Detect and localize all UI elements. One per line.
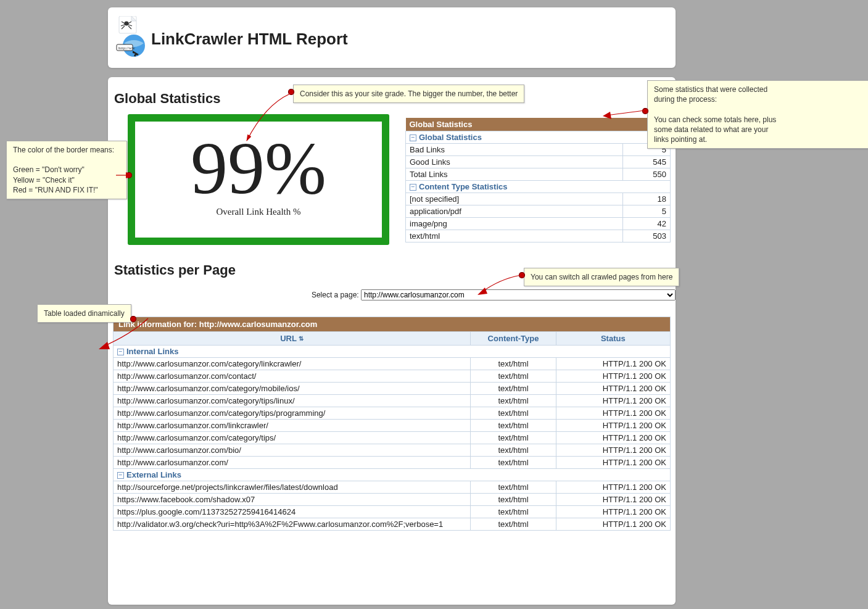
link-content-type: text/html bbox=[471, 494, 556, 506]
table-row: http://www.carlosumanzor.com/category/li… bbox=[114, 358, 671, 370]
link-status: HTTP/1.1 200 OK bbox=[556, 358, 670, 370]
table-row: http://sourceforge.net/projects/linkcraw… bbox=[114, 481, 671, 494]
link-status: HTTP/1.1 200 OK bbox=[556, 383, 670, 395]
stats-header: Global Statistics bbox=[406, 118, 671, 131]
collapse-icon[interactable]: − bbox=[410, 184, 416, 191]
score-value: 99% bbox=[135, 131, 382, 205]
link-url[interactable]: http://www.carlosumanzor.com/ bbox=[114, 457, 471, 469]
link-content-type: text/html bbox=[471, 383, 556, 395]
table-row: http://www.carlosumanzor.com/contact/ te… bbox=[114, 370, 671, 383]
link-content-type: text/html bbox=[471, 518, 556, 531]
callout-table: Table loaded dinamically bbox=[37, 304, 131, 323]
callout-border-colors: The color of the border means: Green = "… bbox=[6, 141, 127, 199]
link-status: HTTP/1.1 200 OK bbox=[556, 420, 670, 432]
header-card: http://ww LinkCrawler HTML Report bbox=[108, 7, 676, 68]
callout-dot bbox=[126, 172, 132, 178]
link-content-type: text/html bbox=[471, 444, 556, 457]
link-url[interactable]: http://www.carlosumanzor.com/linkcrawler… bbox=[114, 420, 471, 432]
link-status: HTTP/1.1 200 OK bbox=[556, 481, 670, 494]
callout-dot bbox=[288, 89, 294, 95]
link-info-table: Link information for: http://www.carlosu… bbox=[113, 317, 671, 531]
table-row: https://plus.google.com/1137325272594164… bbox=[114, 506, 671, 518]
col-status[interactable]: Status bbox=[556, 332, 670, 346]
report-title: LinkCrawler HTML Report bbox=[151, 30, 348, 49]
stat-key: Total Links bbox=[406, 168, 623, 181]
link-url[interactable]: http://www.carlosumanzor.com/category/li… bbox=[114, 358, 471, 370]
link-status: HTTP/1.1 200 OK bbox=[556, 457, 670, 469]
link-content-type: text/html bbox=[471, 432, 556, 444]
stat-val: 550 bbox=[623, 168, 671, 181]
stats-sub-content[interactable]: −Content Type Statistics bbox=[406, 181, 671, 193]
link-url[interactable]: https://plus.google.com/1137325272594164… bbox=[114, 506, 471, 518]
stat-key: Bad Links bbox=[406, 144, 623, 156]
callout-switch: You can switch all crawled pages from he… bbox=[524, 268, 679, 286]
stat-val: 5 bbox=[623, 205, 671, 218]
stat-key: Good Links bbox=[406, 156, 623, 168]
link-status: HTTP/1.1 200 OK bbox=[556, 506, 670, 518]
col-content-type[interactable]: Content-Type bbox=[471, 332, 556, 346]
table-row: http://www.carlosumanzor.com/bio/ text/h… bbox=[114, 444, 671, 457]
link-url[interactable]: http://www.carlosumanzor.com/category/ti… bbox=[114, 407, 471, 420]
stat-val: 42 bbox=[623, 218, 671, 230]
collapse-icon[interactable]: − bbox=[117, 349, 124, 355]
svg-point-1 bbox=[125, 22, 128, 25]
score-box: 99% Overall Link Health % bbox=[128, 114, 389, 245]
link-url[interactable]: http://www.carlosumanzor.com/bio/ bbox=[114, 444, 471, 457]
callout-grade: Consider this as your site grade. The bi… bbox=[293, 85, 524, 103]
link-url[interactable]: http://www.carlosumanzor.com/contact/ bbox=[114, 370, 471, 383]
table-row: http://validator.w3.org/check?uri=http%3… bbox=[114, 518, 671, 531]
table-row: http://www.carlosumanzor.com/ text/html … bbox=[114, 457, 671, 469]
body-card: Global Statistics 99% Overall Link Healt… bbox=[108, 77, 676, 605]
collapse-icon[interactable]: − bbox=[410, 135, 416, 141]
link-url[interactable]: http://sourceforge.net/projects/linkcraw… bbox=[114, 481, 471, 494]
col-url[interactable]: URL ⇅ bbox=[114, 332, 471, 346]
linkcrawler-logo: http://ww bbox=[114, 16, 151, 58]
group-external[interactable]: −External Links bbox=[114, 469, 671, 481]
page-picker: Select a page: http://www.carlosumanzor.… bbox=[305, 289, 676, 300]
callout-dot bbox=[130, 316, 136, 322]
stats-sub-global[interactable]: −Global Statistics bbox=[406, 131, 671, 144]
stat-val: 545 bbox=[623, 156, 671, 168]
global-stats-table: Global Statistics −Global Statistics Bad… bbox=[405, 118, 671, 242]
callout-dot bbox=[519, 272, 525, 278]
sort-icon[interactable]: ⇅ bbox=[299, 335, 304, 342]
callout-dot bbox=[642, 108, 648, 114]
stat-key: text/html bbox=[406, 230, 623, 242]
page-select[interactable]: http://www.carlosumanzor.com bbox=[361, 289, 676, 300]
collapse-icon[interactable]: − bbox=[117, 472, 124, 479]
link-status: HTTP/1.1 200 OK bbox=[556, 444, 670, 457]
link-content-type: text/html bbox=[471, 481, 556, 494]
link-status: HTTP/1.1 200 OK bbox=[556, 395, 670, 407]
link-url[interactable]: http://www.carlosumanzor.com/category/mo… bbox=[114, 383, 471, 395]
stat-key: [not specified] bbox=[406, 193, 623, 205]
link-table-header: Link information for: http://www.carlosu… bbox=[114, 317, 671, 332]
link-status: HTTP/1.1 200 OK bbox=[556, 370, 670, 383]
table-row: http://www.carlosumanzor.com/category/ti… bbox=[114, 395, 671, 407]
link-url[interactable]: https://www.facebook.com/shadow.x07 bbox=[114, 494, 471, 506]
svg-text:http://ww: http://ww bbox=[118, 46, 136, 51]
link-status: HTTP/1.1 200 OK bbox=[556, 407, 670, 420]
stat-val: 503 bbox=[623, 230, 671, 242]
group-internal[interactable]: −Internal Links bbox=[114, 346, 671, 358]
link-content-type: text/html bbox=[471, 506, 556, 518]
link-content-type: text/html bbox=[471, 457, 556, 469]
table-row: https://www.facebook.com/shadow.x07 text… bbox=[114, 494, 671, 506]
link-status: HTTP/1.1 200 OK bbox=[556, 432, 670, 444]
table-row: http://www.carlosumanzor.com/linkcrawler… bbox=[114, 420, 671, 432]
link-url[interactable]: http://validator.w3.org/check?uri=http%3… bbox=[114, 518, 471, 531]
table-row: http://www.carlosumanzor.com/category/ti… bbox=[114, 432, 671, 444]
link-content-type: text/html bbox=[471, 407, 556, 420]
section-global-title: Global Statistics bbox=[114, 91, 220, 107]
link-url[interactable]: http://www.carlosumanzor.com/category/ti… bbox=[114, 395, 471, 407]
link-content-type: text/html bbox=[471, 358, 556, 370]
table-row: http://www.carlosumanzor.com/category/mo… bbox=[114, 383, 671, 395]
table-row: http://www.carlosumanzor.com/category/ti… bbox=[114, 407, 671, 420]
link-content-type: text/html bbox=[471, 370, 556, 383]
section-perpage-title: Statistics per Page bbox=[114, 262, 236, 278]
stat-key: application/pdf bbox=[406, 205, 623, 218]
link-url[interactable]: http://www.carlosumanzor.com/category/ti… bbox=[114, 432, 471, 444]
score-label: Overall Link Health % bbox=[135, 207, 382, 217]
link-content-type: text/html bbox=[471, 420, 556, 432]
picker-label: Select a page: bbox=[312, 291, 359, 299]
link-content-type: text/html bbox=[471, 395, 556, 407]
